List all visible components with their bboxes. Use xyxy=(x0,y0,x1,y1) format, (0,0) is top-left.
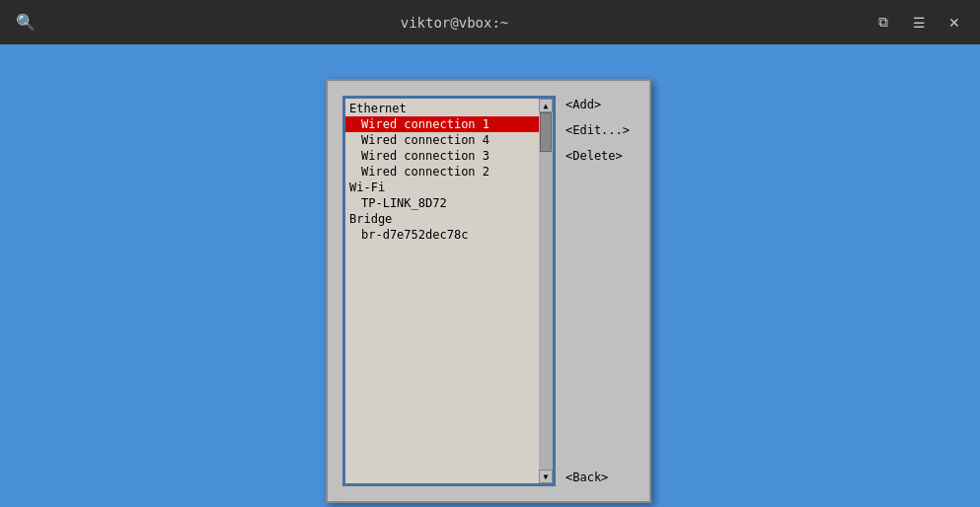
back-button[interactable]: <Back> xyxy=(565,469,635,486)
list-item-wired3[interactable]: Wired connection 3 xyxy=(345,148,553,164)
list-scroll-area: Ethernet Wired connection 1 Wired connec… xyxy=(345,99,553,483)
list-item-wifi[interactable]: Wi-Fi xyxy=(345,180,553,195)
delete-button[interactable]: <Delete> xyxy=(565,147,635,165)
menu-button[interactable]: ☰ xyxy=(903,7,935,38)
main-content: Ethernet Wired connection 1 Wired connec… xyxy=(0,44,980,507)
network-connections-dialog: Ethernet Wired connection 1 Wired connec… xyxy=(326,79,651,503)
titlebar-controls: ⧉ ☰ ✕ xyxy=(867,7,970,38)
list-item-wired1[interactable]: Wired connection 1 xyxy=(345,116,553,132)
titlebar-left: 🔍 xyxy=(10,7,41,38)
list-item-ethernet[interactable]: Ethernet xyxy=(345,101,553,116)
edit-button[interactable]: <Edit...> xyxy=(565,121,635,139)
list-item-tplink[interactable]: TP-LINK_8D72 xyxy=(345,195,553,211)
list-item-wired2[interactable]: Wired connection 2 xyxy=(345,164,553,180)
menu-icon: ☰ xyxy=(913,15,926,31)
add-button[interactable]: <Add> xyxy=(565,96,635,113)
list-item-bridge[interactable]: Bridge xyxy=(345,211,553,227)
list-item-br-d7e[interactable]: br-d7e752dec78c xyxy=(345,227,553,243)
right-column: <Add> <Edit...> <Delete> <Back> xyxy=(565,96,635,486)
list-item-wired4[interactable]: Wired connection 4 xyxy=(345,132,553,148)
screenshot-icon: ⧉ xyxy=(878,14,888,31)
scrollbar[interactable]: ▲ ▼ xyxy=(539,99,553,483)
titlebar: 🔍 viktor@vbox:~ ⧉ ☰ ✕ xyxy=(0,0,980,44)
screenshot-button[interactable]: ⧉ xyxy=(867,7,899,38)
close-icon: ✕ xyxy=(948,15,960,31)
search-button[interactable]: 🔍 xyxy=(10,7,41,38)
scroll-up-arrow[interactable]: ▲ xyxy=(539,99,553,112)
close-button[interactable]: ✕ xyxy=(939,7,970,38)
search-icon: 🔍 xyxy=(16,13,36,32)
connections-list-panel: Ethernet Wired connection 1 Wired connec… xyxy=(342,96,556,486)
scroll-thumb[interactable] xyxy=(540,112,552,152)
scroll-down-arrow[interactable]: ▼ xyxy=(539,470,553,483)
scroll-track xyxy=(539,112,553,470)
dialog-inner: Ethernet Wired connection 1 Wired connec… xyxy=(342,96,635,486)
window-title: viktor@vbox:~ xyxy=(41,15,867,31)
top-action-buttons: <Add> <Edit...> <Delete> xyxy=(565,96,635,165)
